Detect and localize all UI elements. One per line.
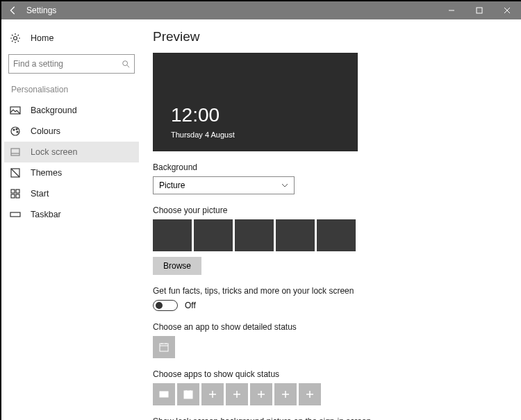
svg-rect-8 <box>11 149 19 156</box>
nav-start[interactable]: Start <box>4 183 139 204</box>
nav-item-label: Taskbar <box>31 210 61 219</box>
svg-rect-12 <box>11 194 15 198</box>
picture-thumb[interactable] <box>194 219 233 251</box>
nav-item-label: Lock screen <box>31 147 77 157</box>
quick-status-label: Choose apps to show quick status <box>153 369 521 379</box>
close-button[interactable] <box>493 1 521 19</box>
quick-status-slots <box>153 383 521 405</box>
svg-rect-14 <box>10 212 20 217</box>
gear-icon <box>10 33 21 44</box>
quick-status-slot[interactable] <box>226 383 248 405</box>
lock-screen-icon <box>10 146 21 158</box>
background-value: Picture <box>159 180 185 190</box>
browse-button[interactable]: Browse <box>153 257 201 275</box>
detailed-status-slot[interactable] <box>153 336 175 358</box>
quick-status-slot[interactable] <box>299 383 321 405</box>
nav-item-label: Colours <box>31 126 60 136</box>
nav-themes[interactable]: Themes <box>4 162 139 183</box>
background-label: Background <box>153 162 521 172</box>
search-placeholder: Find a setting <box>13 59 63 69</box>
calendar-icon <box>158 342 169 353</box>
sidebar-group-label: Personalisation <box>4 83 139 100</box>
quick-status-slot[interactable] <box>201 383 224 405</box>
quick-status-slot[interactable] <box>250 383 272 405</box>
signin-picture-label: Show lock screen background picture on t… <box>153 417 521 420</box>
detailed-status-label: Choose an app to show detailed status <box>153 322 521 332</box>
nav-item-label: Start <box>31 189 49 199</box>
plus-icon <box>231 389 242 400</box>
quick-status-slot[interactable] <box>153 383 175 405</box>
nav-item-label: Themes <box>31 168 62 178</box>
svg-rect-11 <box>16 190 19 193</box>
picture-thumb[interactable] <box>153 219 192 251</box>
taskbar-icon <box>10 209 21 220</box>
calendar-icon <box>183 389 194 400</box>
picture-icon <box>10 105 21 116</box>
mail-icon <box>158 389 169 400</box>
search-icon <box>122 60 130 68</box>
svg-point-7 <box>17 131 18 133</box>
nav-background[interactable]: Background <box>4 100 139 121</box>
start-icon <box>10 188 21 199</box>
page-heading: Preview <box>153 29 521 44</box>
lockscreen-preview: 12:00 Thursday 4 August <box>153 53 358 151</box>
chevron-down-icon <box>281 182 288 189</box>
svg-point-5 <box>13 129 15 131</box>
svg-point-2 <box>123 61 128 66</box>
nav-home-label: Home <box>31 33 53 43</box>
nav-taskbar[interactable]: Taskbar <box>4 204 139 225</box>
svg-point-1 <box>14 37 17 40</box>
palette-icon <box>10 126 21 137</box>
picture-thumb[interactable] <box>235 219 274 251</box>
titlebar: Settings <box>1 1 521 19</box>
preview-time: 12:00 <box>171 104 220 126</box>
plus-icon <box>304 389 315 400</box>
picture-thumb[interactable] <box>276 219 315 251</box>
quick-status-slot[interactable] <box>274 383 297 405</box>
back-button[interactable] <box>1 1 25 19</box>
fun-facts-state: Off <box>185 301 196 310</box>
content: Preview 12:00 Thursday 4 August Backgrou… <box>142 19 521 420</box>
svg-rect-0 <box>477 8 482 13</box>
window-title: Settings <box>25 6 56 15</box>
plus-icon <box>256 389 267 400</box>
nav-colours[interactable]: Colours <box>4 121 139 142</box>
quick-status-slot[interactable] <box>177 383 199 405</box>
svg-rect-10 <box>11 190 15 193</box>
picture-thumbnails <box>153 219 521 251</box>
minimize-button[interactable] <box>438 1 465 19</box>
nav-item-label: Background <box>31 106 77 115</box>
plus-icon <box>280 389 291 400</box>
themes-icon <box>10 167 21 178</box>
nav-lock-screen[interactable]: Lock screen <box>4 142 139 162</box>
fun-facts-toggle[interactable] <box>153 300 178 311</box>
choose-picture-label: Choose your picture <box>153 205 521 215</box>
picture-thumb[interactable] <box>317 219 356 251</box>
plus-icon <box>207 389 218 400</box>
sidebar: Home Find a setting Personalisation Back… <box>1 19 142 420</box>
preview-date: Thursday 4 August <box>171 131 235 139</box>
svg-rect-13 <box>16 194 19 198</box>
search-input[interactable]: Find a setting <box>8 54 135 74</box>
svg-rect-17 <box>184 391 192 398</box>
svg-rect-15 <box>160 344 168 351</box>
nav-home[interactable]: Home <box>4 28 139 49</box>
fun-facts-label: Get fun facts, tips, tricks and more on … <box>153 286 521 296</box>
background-dropdown[interactable]: Picture <box>153 176 295 194</box>
maximize-button[interactable] <box>465 1 493 19</box>
svg-point-6 <box>16 128 17 130</box>
